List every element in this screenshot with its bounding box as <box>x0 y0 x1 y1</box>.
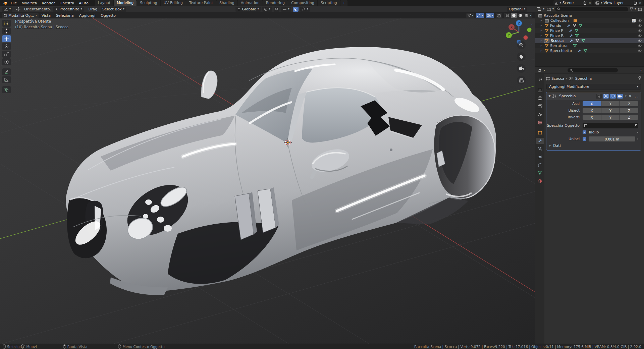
new-collection-button[interactable] <box>638 7 642 11</box>
scale-tool[interactable] <box>2 51 11 58</box>
eye-icon[interactable] <box>638 29 642 32</box>
mesh-data-icon[interactable] <box>575 29 579 33</box>
bisect-x-button[interactable]: X <box>583 108 601 113</box>
bisect-z-button[interactable]: Z <box>620 108 638 113</box>
add-workspace-button[interactable]: + <box>340 0 347 6</box>
outliner-row-scene-collection[interactable]: Raccolta Scena <box>535 13 644 18</box>
axis-x-button[interactable]: X <box>583 101 601 106</box>
clipping-checkbox[interactable]: ✓ <box>583 130 586 134</box>
tab-output[interactable] <box>536 95 544 101</box>
eye-icon[interactable] <box>638 49 642 52</box>
outliner-search-input[interactable] <box>555 7 628 11</box>
tab-shading[interactable]: Shading <box>216 0 237 6</box>
drag-handle-icon[interactable]: ⋮⋮ <box>634 94 639 98</box>
tab-object-data[interactable] <box>536 170 544 176</box>
xray-toggle[interactable] <box>496 13 502 18</box>
tab-particles[interactable] <box>536 146 544 152</box>
mesh-data-icon[interactable] <box>573 44 577 48</box>
tab-texture-paint[interactable]: Texture Paint <box>186 0 216 6</box>
flip-z-button[interactable]: Z <box>620 115 638 120</box>
outliner-row-pinze-f[interactable]: ▸ Pinze F <box>535 28 644 33</box>
shading-dropdown[interactable]: ▾ <box>530 14 531 17</box>
mirror-object-field[interactable] <box>583 123 638 128</box>
viewport-3d[interactable]: Modalità Og... ▾ Vista Seleziona Aggiung… <box>0 12 535 344</box>
collection-exclude-checkbox[interactable]: ✓ <box>632 19 636 22</box>
tab-material[interactable] <box>536 178 544 184</box>
tab-object[interactable] <box>536 130 544 136</box>
filter-dropdown-icon[interactable]: ▾ <box>640 69 642 72</box>
expand-icon[interactable]: ▸ <box>540 29 543 32</box>
new-view-layer-icon[interactable] <box>634 1 637 5</box>
modifier-wrench-icon[interactable] <box>569 29 573 33</box>
tab-view-layer[interactable] <box>536 103 544 109</box>
tab-world[interactable] <box>536 119 544 125</box>
merge-threshold-slider[interactable]: 0.001 m <box>589 136 635 141</box>
viewport-3d-scene[interactable] <box>0 12 535 344</box>
nodes-icon[interactable] <box>575 39 579 43</box>
eye-icon[interactable] <box>638 34 642 37</box>
axis-y-button[interactable]: Y <box>601 101 620 106</box>
zoom-button[interactable] <box>517 41 526 49</box>
tab-physics[interactable] <box>536 154 544 160</box>
tab-render[interactable] <box>536 87 544 93</box>
axis-z-button[interactable]: Z <box>620 101 638 106</box>
sidebar-collapse-icon[interactable]: ‹ <box>531 22 533 26</box>
expand-icon[interactable]: ▸ <box>540 39 543 42</box>
tool-selector[interactable]: ▾ <box>2 7 12 12</box>
tab-compositing[interactable]: Compositing <box>288 0 317 6</box>
editor-type-outliner-button[interactable] <box>537 7 542 11</box>
cursor-tool[interactable] <box>2 27 11 35</box>
modifier-extras-dropdown[interactable]: ▾ <box>625 95 627 98</box>
modifier-wrench-icon[interactable] <box>569 39 573 43</box>
tab-tool[interactable] <box>536 77 544 83</box>
eye-icon[interactable] <box>638 24 642 27</box>
delete-modifier-button[interactable]: × <box>628 94 632 98</box>
tab-scripting[interactable]: Scripting <box>318 0 340 6</box>
gizmos-toggle[interactable]: ▾ <box>476 13 484 18</box>
tab-modeling[interactable]: Modeling <box>114 0 137 6</box>
flip-x-button[interactable]: X <box>583 115 601 120</box>
modifier-render-toggle[interactable] <box>617 94 623 99</box>
proportional-editing-toggle[interactable] <box>293 7 299 12</box>
ortho-toggle-button[interactable] <box>517 76 526 84</box>
outliner-row-scocca[interactable]: ▸ Scocca <box>535 38 644 43</box>
mesh-data-icon[interactable] <box>581 39 585 43</box>
eyedropper-icon[interactable] <box>633 124 637 127</box>
outliner-row-pinze-r[interactable]: ▸ Pinze R <box>535 33 644 38</box>
modifier-wrench-icon[interactable] <box>567 24 571 28</box>
expand-icon[interactable]: ▸ <box>540 49 543 52</box>
tab-uv-editing[interactable]: UV Editing <box>161 0 186 6</box>
pin-icon[interactable] <box>638 76 641 81</box>
outliner-row-fondo[interactable]: ▸ Fondo <box>535 23 644 28</box>
filter-button[interactable] <box>630 7 633 11</box>
menu-render[interactable]: Render <box>39 0 57 6</box>
menu-seleziona[interactable]: Seleziona <box>54 13 76 18</box>
modifier-name[interactable]: Specchia <box>558 94 595 98</box>
outliner-row-serratura[interactable]: ▸ Serratura <box>535 43 644 48</box>
proportional-falloff-dropdown[interactable]: ▾ <box>300 7 310 12</box>
tab-sculpting[interactable]: Sculpting <box>137 0 160 6</box>
flip-y-button[interactable]: Y <box>601 115 620 120</box>
modifier-wrench-icon[interactable] <box>569 34 573 38</box>
menu-oggetto[interactable]: Oggetto <box>98 13 118 18</box>
shading-solid-button[interactable] <box>511 13 517 18</box>
tab-rendering[interactable]: Rendering <box>263 0 288 6</box>
mesh-data-icon[interactable] <box>575 34 579 38</box>
snap-toggle[interactable] <box>274 7 279 12</box>
move-tool[interactable] <box>2 35 11 42</box>
shading-wireframe-button[interactable] <box>504 13 511 18</box>
move-tool-icon[interactable] <box>16 7 21 12</box>
modifier-on-cage-toggle[interactable] <box>596 94 602 99</box>
properties-search-input[interactable] <box>568 68 618 72</box>
shading-material-button[interactable] <box>517 13 523 18</box>
mode-selector[interactable]: Modalità Og... ▾ <box>2 13 39 18</box>
expand-icon[interactable]: ▸ <box>540 19 543 22</box>
data-section-toggle[interactable]: ► Dati <box>546 143 641 149</box>
display-mode-button[interactable] <box>547 7 551 11</box>
nodes-icon[interactable] <box>573 24 577 27</box>
bisect-y-button[interactable]: Y <box>601 108 620 113</box>
modifier-wrench-icon[interactable] <box>577 49 581 53</box>
mesh-data-icon[interactable] <box>583 49 587 53</box>
drag-mode-dropdown[interactable]: Select Box ▾ <box>101 7 126 12</box>
tab-constraints[interactable] <box>536 162 544 168</box>
